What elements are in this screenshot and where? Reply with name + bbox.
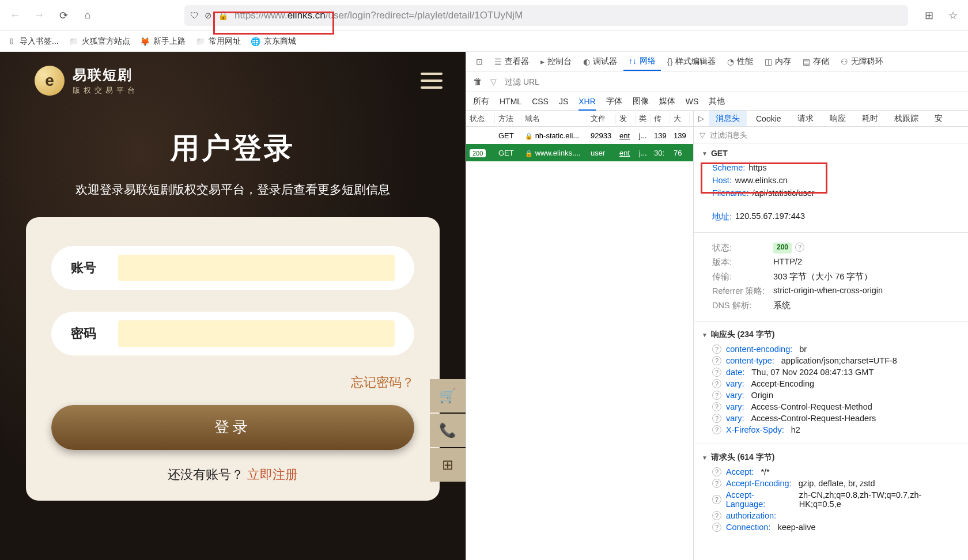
url-text: https://www.elinks.cn/user/login?redirec… — [235, 10, 902, 21]
register-link[interactable]: 立即注册 — [247, 467, 298, 482]
tab-storage[interactable]: ▤存储 — [797, 52, 834, 71]
filter-headers[interactable]: ▽过滤消息头 — [694, 127, 968, 144]
annotation-box-2 — [701, 162, 827, 194]
type-css[interactable]: CSS — [532, 97, 549, 106]
tab-picker[interactable]: ⊡ — [471, 52, 488, 71]
type-xhr[interactable]: XHR — [578, 97, 596, 111]
response-headers-toggle[interactable]: 响应头 (234 字节) — [702, 330, 960, 340]
tab-memory[interactable]: ◫内存 — [759, 52, 796, 71]
bookmark-common[interactable]: 常用网址 — [196, 36, 241, 47]
section-get-header[interactable]: GET — [702, 149, 960, 158]
help-icon[interactable]: ? — [712, 368, 721, 377]
help-icon[interactable]: ? — [712, 356, 721, 365]
header-row: ?Accept-Languagezh-CN,zh;q=0.8,zh-TW;q=0… — [702, 489, 960, 510]
tab-console[interactable]: ▸控制台 — [535, 52, 577, 71]
bookmarks-bar: ⇩导入书签... 火狐官方站点 🦊新手上路 常用网址 🌐京东商城 — [0, 31, 968, 52]
help-icon[interactable]: ? — [712, 414, 721, 423]
help-icon[interactable]: ? — [712, 402, 721, 411]
tab-performance[interactable]: ◔性能 — [722, 52, 758, 71]
bookmark-fox[interactable]: 火狐官方站点 — [69, 36, 130, 47]
nav-reload-button[interactable]: ⟳ — [55, 7, 71, 24]
dtab-cookie[interactable]: Cookie — [749, 111, 788, 126]
logo-title: 易联短剧 — [73, 66, 138, 84]
dtab-request[interactable]: 请求 — [791, 111, 820, 126]
request-row-selected[interactable]: 200 GET 🔒 www.elinks.... user ent j... 3… — [466, 144, 693, 161]
section-request-headers: 请求头 (614 字节) ?Accept*/*?Accept-Encodingg… — [694, 448, 968, 538]
type-fonts[interactable]: 字体 — [606, 96, 622, 107]
tab-inspector[interactable]: ☰查看器 — [489, 52, 534, 71]
type-other[interactable]: 其他 — [709, 96, 725, 107]
memory-icon: ◫ — [765, 57, 772, 66]
bookmark-newbie[interactable]: 🦊新手上路 — [141, 36, 186, 47]
login-form: 账号 密码 忘记密码？ 登录 还没有账号？立即注册 — [26, 217, 440, 501]
dtab-timing[interactable]: 耗时 — [855, 111, 885, 126]
devtools-panel: ⊡ ☰查看器 ▸控制台 ◐调试器 ↑↓网络 {}样式编辑器 ◔性能 ◫内存 ▤存… — [466, 52, 968, 560]
help-icon[interactable]: ? — [712, 495, 721, 504]
nav-back-button[interactable]: ← — [7, 7, 23, 24]
help-icon[interactable]: ? — [795, 243, 804, 252]
detail-tabs: ▷ 消息头 Cookie 请求 响应 耗时 栈跟踪 安 — [694, 111, 968, 127]
firefox-icon: 🦊 — [141, 37, 150, 46]
dtab-stack[interactable]: 栈跟踪 — [887, 111, 925, 126]
password-input[interactable] — [118, 320, 395, 347]
qr-button[interactable]: ⊞ — [430, 448, 466, 482]
permission-icon: ⊘ — [205, 10, 212, 21]
request-list-header: 状态 方法 域名 文件 发 类 传 大 — [466, 111, 693, 127]
login-button[interactable]: 登录 — [51, 405, 414, 450]
dtab-security[interactable]: 安 — [928, 111, 950, 126]
clear-button[interactable]: 🗑 — [473, 77, 482, 87]
cart-button[interactable]: 🛒 — [430, 379, 466, 413]
type-images[interactable]: 图像 — [633, 96, 649, 107]
nav-forward-button[interactable]: → — [31, 7, 47, 24]
filter-url-input[interactable] — [505, 77, 620, 86]
bookmark-jd[interactable]: 🌐京东商城 — [251, 36, 296, 47]
help-icon[interactable]: ? — [712, 479, 721, 488]
type-all[interactable]: 所有 — [473, 96, 489, 107]
bookmark-star-icon[interactable]: ☆ — [945, 7, 961, 24]
account-input[interactable] — [118, 255, 395, 281]
nav-home-button[interactable]: ⌂ — [80, 7, 96, 24]
header-row: ?varyOrigin — [702, 389, 960, 401]
help-icon[interactable]: ? — [712, 467, 721, 476]
login-page: e 易联短剧 版权交易平台 用户登录 欢迎登录易联短剧版权交易平台，登录后查看更… — [0, 52, 466, 560]
import-icon: ⇩ — [7, 37, 16, 46]
help-icon[interactable]: ? — [712, 425, 721, 434]
forgot-password-link[interactable]: 忘记密码？ — [51, 374, 414, 391]
a11y-icon: ⚇ — [841, 57, 848, 66]
type-js[interactable]: JS — [559, 97, 568, 106]
tab-debugger[interactable]: ◐调试器 — [578, 52, 622, 71]
request-headers-toggle[interactable]: 请求头 (614 字节) — [702, 452, 960, 463]
perf-icon: ◔ — [727, 57, 734, 66]
section-response-headers: 响应头 (234 字节) ?content-encodingbr?content… — [694, 325, 968, 440]
request-details: ▷ 消息头 Cookie 请求 响应 耗时 栈跟踪 安 ▽过滤消息头 GET S… — [694, 111, 968, 560]
tab-style[interactable]: {}样式编辑器 — [662, 52, 721, 71]
qr-icon[interactable]: ⊞ — [921, 7, 937, 24]
phone-button[interactable]: 📞 — [430, 414, 466, 447]
tab-a11y[interactable]: ⚇无障碍环 — [835, 52, 888, 71]
lock-icon: 🔒 — [525, 133, 533, 139]
header-row: ?dateThu, 07 Nov 2024 08:47:13 GMT — [702, 366, 960, 378]
dtab-headers[interactable]: 消息头 — [709, 111, 747, 126]
help-icon[interactable]: ? — [712, 523, 721, 532]
help-icon[interactable]: ? — [712, 345, 721, 354]
filter-icon: ▽ — [490, 77, 497, 86]
help-icon[interactable]: ? — [712, 391, 721, 400]
type-html[interactable]: HTML — [500, 97, 521, 106]
header-row: ?authorization — [702, 510, 960, 521]
debugger-icon: ◐ — [583, 57, 590, 66]
resend-icon[interactable]: ▷ — [698, 114, 704, 123]
help-icon[interactable]: ? — [712, 511, 721, 520]
header-row: ?X-Firefox-Spdyh2 — [702, 424, 960, 436]
request-row[interactable]: GET 🔒 nh-static.eli... 92933 ent j... 13… — [466, 127, 693, 144]
devtools-tabs: ⊡ ☰查看器 ▸控制台 ◐调试器 ↑↓网络 {}样式编辑器 ◔性能 ◫内存 ▤存… — [466, 52, 968, 71]
tab-network[interactable]: ↑↓网络 — [623, 52, 661, 71]
help-icon[interactable]: ? — [712, 379, 721, 388]
floating-actions: 🛒 📞 ⊞ — [430, 379, 466, 483]
type-media[interactable]: 媒体 — [659, 96, 675, 107]
type-ws[interactable]: WS — [686, 97, 699, 106]
menu-button[interactable] — [421, 73, 443, 89]
bookmark-import[interactable]: ⇩导入书签... — [7, 36, 59, 47]
cart-icon: 🛒 — [439, 388, 456, 404]
password-label: 密码 — [71, 325, 111, 342]
dtab-response[interactable]: 响应 — [823, 111, 853, 126]
